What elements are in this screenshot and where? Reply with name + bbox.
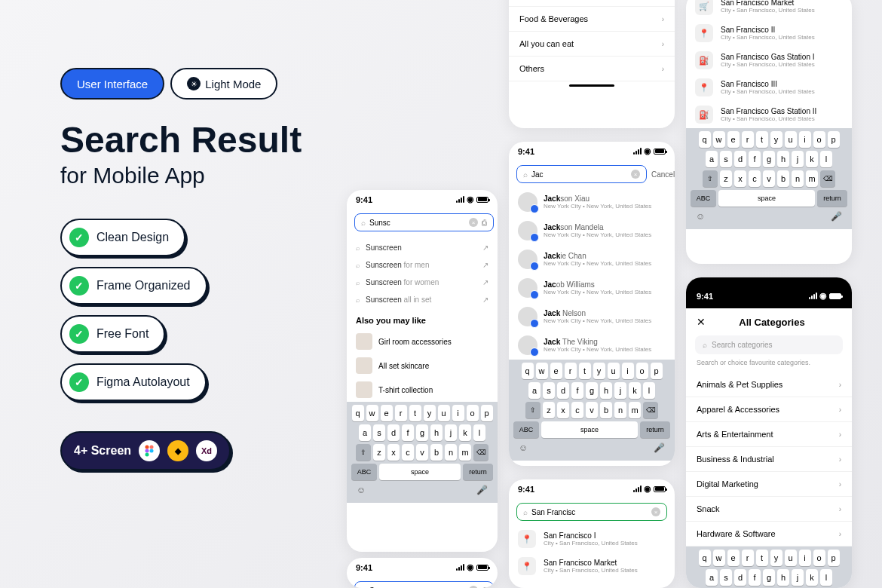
key-i[interactable]: i [622,363,634,379]
key-h[interactable]: h [777,569,789,586]
key-j[interactable]: j [614,382,626,399]
key-e[interactable]: e [727,550,740,566]
key-n[interactable]: n [445,444,457,461]
key-r[interactable]: r [742,131,754,148]
key-h[interactable]: h [777,151,789,167]
place-item[interactable]: 📍San Francisco MarketCity • San Francisc… [509,553,675,580]
key-g[interactable]: g [416,424,428,441]
key-b[interactable]: b [430,444,443,461]
category-item[interactable]: Minimalist Furniture› [509,0,675,7]
key-g[interactable]: g [763,569,775,586]
close-icon[interactable]: ✕ [697,316,706,328]
place-item[interactable]: 📍San Francisco ICity • San Francisco, Un… [509,525,675,553]
key-k[interactable]: k [806,569,818,586]
key-c[interactable]: c [571,402,583,418]
search-input[interactable]: ⌕× [516,503,667,521]
key-q[interactable]: q [699,131,711,148]
shift-key[interactable]: ⇧ [356,444,371,461]
key-t[interactable]: t [756,550,768,566]
mic-icon[interactable]: 🎤 [476,485,488,495]
key-c[interactable]: c [749,170,761,187]
backspace-key[interactable]: ⌫ [820,170,835,187]
key-a[interactable]: a [528,382,541,399]
abc-key[interactable]: ABC [513,421,539,438]
key-u[interactable]: u [608,363,620,379]
key-f[interactable]: f [571,382,583,399]
key-r[interactable]: r [565,363,577,379]
key-j[interactable]: j [792,569,804,586]
place-item[interactable]: 📍San Francisco IIICity • San Francisco, … [686,74,852,101]
camera-icon[interactable]: ⎙ [482,218,487,227]
key-m[interactable]: m [459,444,471,461]
key-f[interactable]: f [749,569,761,586]
person-item[interactable]: Jackson XiauNew York City • New York, Un… [509,188,675,216]
key-z[interactable]: z [373,444,385,461]
category-item[interactable]: Others› [509,57,675,81]
key-b[interactable]: b [777,170,789,187]
backspace-key[interactable]: ⌫ [473,444,488,461]
key-e[interactable]: e [550,363,562,379]
key-e[interactable]: e [381,405,393,421]
place-item[interactable]: ⛽San Francisco Gas Station ICity • San F… [686,47,852,74]
key-f[interactable]: f [749,151,761,167]
key-g[interactable]: g [586,382,598,399]
key-l[interactable]: l [820,569,832,586]
key-k[interactable]: k [459,424,471,441]
key-j[interactable]: j [792,151,804,167]
key-w[interactable]: w [713,131,725,148]
key-q[interactable]: q [522,363,534,379]
place-item[interactable]: 📍San Francisco IICity • San Francisco, U… [686,20,852,47]
key-t[interactable]: t [409,405,421,421]
key-u[interactable]: u [438,405,450,421]
key-m[interactable]: m [806,170,818,187]
key-n[interactable]: n [792,170,804,187]
key-m[interactable]: m [629,402,641,418]
person-item[interactable]: Jackie ChanNew York City • New York, Uni… [509,245,675,274]
key-o[interactable]: o [813,131,825,148]
key-l[interactable]: l [820,151,832,167]
key-h[interactable]: h [600,382,612,399]
key-i[interactable]: i [799,550,811,566]
return-key[interactable]: return [817,190,847,207]
abc-key[interactable]: ABC [351,464,377,480]
category-item[interactable]: Business & Industrial› [686,447,852,472]
key-x[interactable]: x [387,444,400,461]
key-s[interactable]: s [720,151,732,167]
clear-icon[interactable]: × [631,170,640,179]
cancel-button[interactable]: Cancel [651,170,675,179]
key-s[interactable]: s [720,569,732,586]
key-q[interactable]: q [352,405,364,421]
key-c[interactable]: c [402,444,414,461]
key-u[interactable]: u [785,550,797,566]
return-key[interactable]: return [463,464,493,480]
key-u[interactable]: u [785,131,797,148]
key-z[interactable]: z [543,402,555,418]
key-t[interactable]: t [756,131,768,148]
search-input[interactable]: ⌕×⎙ [354,581,494,588]
category-item[interactable]: Hardware & Software› [686,522,852,547]
key-k[interactable]: k [629,382,641,399]
category-item[interactable]: Digital Marketing› [686,472,852,497]
key-p[interactable]: p [828,131,840,148]
person-item[interactable]: Jack NelsonNew York City • New York, Uni… [509,302,675,331]
search-input[interactable]: ⌕×⎙ [354,213,494,231]
place-item[interactable]: ⛽San Francisco Gas Station IICity • San … [686,101,852,128]
category-item[interactable]: Arts & Entertainment› [686,422,852,447]
key-x[interactable]: x [734,170,746,187]
key-w[interactable]: w [713,550,725,566]
key-z[interactable]: z [720,170,732,187]
mic-icon[interactable]: 🎤 [654,443,665,453]
key-y[interactable]: y [770,131,782,148]
mic-icon[interactable]: 🎤 [831,211,842,222]
key-n[interactable]: n [614,402,626,418]
key-g[interactable]: g [763,151,775,167]
return-key[interactable]: return [640,421,670,438]
key-v[interactable]: v [416,444,428,461]
place-item[interactable]: 🛒San Francisco MarketCity • San Francisc… [686,0,852,20]
clear-icon[interactable]: × [469,218,478,227]
key-j[interactable]: j [445,424,457,441]
space-key[interactable]: space [718,190,815,207]
category-item[interactable]: Food & Beverages› [509,7,675,32]
person-item[interactable]: Jack The VikingNew York City • New York,… [509,331,675,360]
keyboard[interactable]: qwertyuiop asdfghjkl ⇧zxcvbnm⌫ ABCspacer… [686,128,852,229]
